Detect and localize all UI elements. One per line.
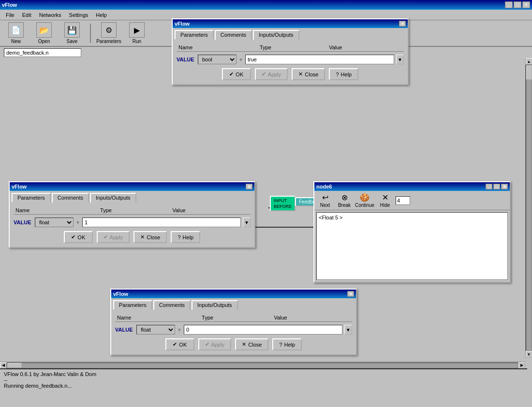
dialog2: vFlow ✕ Parameters Comments Inputs/Outpu… bbox=[9, 181, 255, 248]
dialog2-ok-button[interactable]: ✔ OK bbox=[64, 231, 93, 243]
dialog3-ok-button[interactable]: ✔ OK bbox=[165, 338, 194, 350]
dialog2-help-button[interactable]: ? Help bbox=[171, 231, 200, 243]
title-bar-buttons: _ □ ✕ bbox=[505, 1, 530, 8]
dialog1-param-label: VALUE bbox=[177, 57, 196, 62]
dialog2-content: Name Type Value VALUE float bool int ▼ ▼… bbox=[10, 203, 254, 247]
dialog3: vFlow ✕ Parameters Comments Inputs/Outpu… bbox=[110, 289, 357, 355]
debug-counter-input[interactable] bbox=[396, 196, 410, 205]
d2-col-value: Value bbox=[170, 206, 251, 215]
d2-help-icon: ? bbox=[177, 234, 180, 240]
dialog1-tab-io[interactable]: Inputs/Outputs bbox=[253, 30, 299, 40]
app-title: vFlow bbox=[2, 2, 17, 8]
dialog1-apply-button[interactable]: ✔ Apply bbox=[255, 68, 288, 80]
menu-settings[interactable]: Settings bbox=[65, 11, 92, 19]
debug-next-btn[interactable]: ↩ Next bbox=[316, 193, 334, 208]
hide-icon: ✕ bbox=[382, 193, 388, 202]
debug-max-btn[interactable]: □ bbox=[493, 184, 500, 189]
dialog2-value-input[interactable] bbox=[82, 218, 241, 227]
debug-hide-btn[interactable]: ✕ Hide bbox=[376, 193, 394, 208]
dialog1-help-button[interactable]: ? Help bbox=[329, 68, 358, 80]
minimize-button[interactable]: _ bbox=[505, 1, 513, 8]
dialog3-title: vFlow bbox=[113, 291, 128, 297]
dialog1-type-select[interactable]: bool float int bbox=[198, 55, 236, 64]
dialog1-close-button[interactable]: ✕ Close bbox=[292, 68, 325, 80]
dialog3-title-buttons: ✕ bbox=[347, 291, 354, 297]
status-line2: -- bbox=[4, 377, 523, 383]
maximize-button[interactable]: □ bbox=[514, 1, 521, 8]
scroll-track-v[interactable] bbox=[526, 65, 532, 351]
help-icon: ? bbox=[336, 72, 339, 77]
dialog2-apply-button[interactable]: ✔ Apply bbox=[97, 231, 130, 243]
dialog1-tab-params[interactable]: Parameters bbox=[175, 30, 214, 40]
status-bar: VFlow 0.6.1 by Jean-Marc Valin & Dom -- … bbox=[0, 368, 527, 407]
dialog3-tab-io[interactable]: Inputs/Outputs bbox=[192, 300, 238, 310]
open-icon: 📂 bbox=[36, 22, 52, 38]
dialog1-ok-button[interactable]: ✔ OK bbox=[222, 68, 251, 80]
dialog2-value-arrow[interactable]: ▼ bbox=[243, 218, 251, 227]
next-icon: ↩ bbox=[322, 193, 328, 202]
dialog2-tab-params[interactable]: Parameters bbox=[12, 193, 51, 203]
dialog2-close-button[interactable]: ✕ Close bbox=[133, 231, 167, 243]
dialog3-tabs: Parameters Comments Inputs/Outputs bbox=[111, 298, 356, 310]
toolbar-parameters[interactable]: ⚙ Parameters bbox=[97, 22, 121, 44]
scroll-left-btn[interactable]: ◀ bbox=[0, 362, 7, 369]
dialog3-title-bar: vFlow ✕ bbox=[111, 290, 356, 298]
col-value: Value bbox=[327, 44, 404, 52]
path-input[interactable]: demo_feedback.n bbox=[4, 48, 81, 57]
d2-apply-icon: ✔ bbox=[103, 234, 108, 240]
menu-networks[interactable]: Networks bbox=[35, 11, 65, 19]
scroll-track-h[interactable] bbox=[7, 363, 518, 368]
debug-close-btn[interactable]: ✕ bbox=[501, 184, 508, 189]
toolbar-save[interactable]: 💾 Save bbox=[60, 22, 84, 44]
dialog1-value-arrow[interactable]: ▼ bbox=[396, 55, 404, 64]
dialog1-tab-comments[interactable]: Comments bbox=[215, 30, 252, 40]
dialog3-apply-button[interactable]: ✔ Apply bbox=[198, 338, 232, 350]
dialog3-value-arrow[interactable]: ▼ bbox=[344, 325, 352, 334]
dialog3-close-button[interactable]: ✕ Close bbox=[235, 338, 268, 350]
scrollbar-vertical[interactable]: ▲ ▼ bbox=[525, 58, 532, 358]
col-name: Name bbox=[177, 44, 258, 52]
debug-continue-btn[interactable]: 🍪 Continue bbox=[355, 193, 374, 208]
menu-edit[interactable]: Edit bbox=[18, 11, 35, 19]
dialog1-close-btn[interactable]: ✕ bbox=[399, 21, 406, 27]
dialog2-tab-comments[interactable]: Comments bbox=[52, 193, 89, 203]
scrollbar-horizontal[interactable]: ◀ ▶ bbox=[0, 362, 525, 368]
dialog2-input-row: VALUE float bool int ▼ ▼ bbox=[14, 218, 251, 227]
node-input-before[interactable]: INPUT BEFORE bbox=[270, 196, 296, 211]
scroll-thumb-v[interactable] bbox=[526, 65, 532, 80]
dialog3-input-row: VALUE float bool int ▼ ▼ bbox=[115, 325, 352, 334]
debug-min-btn[interactable]: _ bbox=[486, 184, 492, 189]
scroll-down-btn[interactable]: ▼ bbox=[526, 351, 532, 358]
close-x-icon: ✕ bbox=[298, 71, 303, 77]
dialog3-help-button[interactable]: ? Help bbox=[272, 338, 302, 350]
dialog2-tabs: Parameters Comments Inputs/Outputs bbox=[10, 191, 254, 203]
dialog3-value-input[interactable] bbox=[184, 325, 342, 334]
toolbar-open[interactable]: 📂 Open bbox=[32, 22, 56, 44]
dialog3-close-btn[interactable]: ✕ bbox=[347, 291, 354, 297]
dialog3-type-arrow[interactable]: ▼ bbox=[177, 327, 182, 333]
d3-apply-icon: ✔ bbox=[205, 341, 209, 348]
dialog2-type-select[interactable]: float bool int bbox=[35, 218, 74, 227]
scroll-thumb-h[interactable] bbox=[7, 363, 22, 368]
dialog1-type-arrow[interactable]: ▼ bbox=[238, 57, 243, 62]
dialog2-title-buttons: ✕ bbox=[246, 184, 252, 189]
dialog3-type-select[interactable]: float bool int bbox=[136, 325, 175, 334]
close-main-button[interactable]: ✕ bbox=[522, 1, 530, 8]
menu-file[interactable]: File bbox=[2, 11, 18, 19]
toolbar-run[interactable]: ▶ Run bbox=[125, 22, 149, 44]
dialog2-tab-io[interactable]: Inputs/Outputs bbox=[90, 193, 136, 203]
dialog2-type-arrow[interactable]: ▼ bbox=[75, 220, 80, 225]
params-icon: ⚙ bbox=[101, 22, 117, 38]
scroll-right-btn[interactable]: ▶ bbox=[518, 362, 525, 369]
dialog3-tab-params[interactable]: Parameters bbox=[113, 300, 152, 310]
d2-col-name: Name bbox=[14, 206, 98, 215]
apply-icon: ✔ bbox=[262, 71, 266, 77]
dialog3-tab-comments[interactable]: Comments bbox=[153, 300, 191, 310]
debug-break-btn[interactable]: ⊗ Break bbox=[336, 193, 353, 208]
d3-col-name: Name bbox=[115, 314, 200, 322]
dialog1-value-input[interactable] bbox=[245, 55, 394, 64]
toolbar-new[interactable]: 📄 New bbox=[4, 22, 28, 44]
menu-help[interactable]: Help bbox=[92, 11, 111, 19]
scroll-up-btn[interactable]: ▲ bbox=[526, 58, 532, 65]
dialog2-close-btn[interactable]: ✕ bbox=[246, 184, 252, 189]
